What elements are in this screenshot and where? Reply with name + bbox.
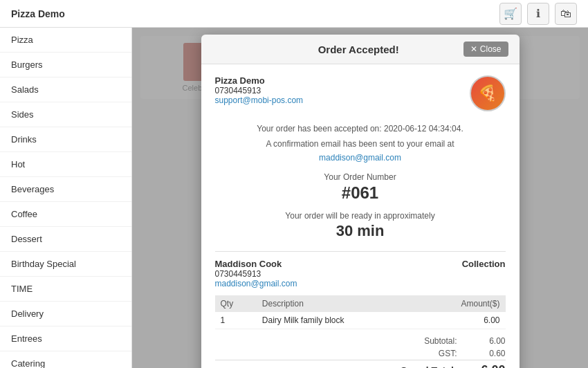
subtotal-value: 6.00 <box>471 336 506 346</box>
business-section: Pizza Demo 0730445913 support@mobi-pos.c… <box>215 75 506 111</box>
sidebar-item-hot[interactable]: Hot <box>0 152 131 177</box>
sidebar-item-drinks[interactable]: Drinks <box>0 127 131 152</box>
customer-row: Maddison Cook 0730445913 maddison@gmail.… <box>215 259 506 288</box>
sidebar-item-time[interactable]: TIME <box>0 277 131 302</box>
customer-email-link[interactable]: maddison@gmail.com <box>215 153 506 163</box>
ready-time: 30 min <box>215 222 506 240</box>
sidebar-item-dessert[interactable]: Dessert <box>0 227 131 252</box>
header-icons: 🛒 ℹ 🛍 <box>499 3 577 25</box>
sidebar-item-birthday-special[interactable]: Birthday Special <box>0 252 131 277</box>
sidebar-item-catering[interactable]: Catering <box>0 351 131 368</box>
modal-header: Order Accepted! ✕ Close <box>201 35 520 64</box>
customer-name: Maddison Cook <box>215 259 297 269</box>
grand-total-label: Grand Total: <box>215 365 471 369</box>
row-amount: 6.00 <box>419 312 505 329</box>
table-body: 1 Dairy Milk family block 6.00 <box>215 312 506 329</box>
gst-row: GST: 0.60 <box>215 347 506 360</box>
subtotal-row: Subtotal: 6.00 <box>215 335 506 347</box>
grand-total-value: 6.00 <box>471 363 506 368</box>
table-row: 1 Dairy Milk family block 6.00 <box>215 312 506 329</box>
table-header: Qty Description Amount($) <box>215 295 506 312</box>
order-number-label: Your Order Number <box>215 172 506 182</box>
grand-total-row: Grand Total: 6.00 <box>215 360 506 368</box>
divider <box>215 251 506 252</box>
sidebar-item-coffee[interactable]: Coffee <box>0 202 131 227</box>
sidebar: Pizza Burgers Salads Sides Drinks Hot Be… <box>0 28 132 368</box>
pizza-logo: 🍕 <box>470 75 506 111</box>
order-table: Qty Description Amount($) 1 Dairy Milk f… <box>215 295 506 329</box>
order-number: #061 <box>215 183 506 203</box>
ready-label: Your order will be ready in approximatel… <box>215 211 506 221</box>
main-content: Celebrations box Pink Blouse Order Accep… <box>132 28 588 368</box>
gst-value: 0.60 <box>471 349 506 358</box>
close-button[interactable]: ✕ Close <box>463 42 508 57</box>
app-title: Pizza Demo <box>11 8 65 19</box>
row-qty: 1 <box>215 312 257 329</box>
sidebar-item-pizza[interactable]: Pizza <box>0 28 131 53</box>
totals-section: Subtotal: 6.00 GST: 0.60 Grand Total: 6.… <box>215 335 506 368</box>
close-x-icon: ✕ <box>470 44 477 54</box>
customer-info: Maddison Cook 0730445913 maddison@gmail.… <box>215 259 297 288</box>
business-email: support@mobi-pos.com <box>215 95 304 105</box>
app-header: Pizza Demo 🛒 ℹ 🛍 <box>0 0 588 28</box>
accepted-text-line1: Your order has been accepted on: 2020-06… <box>215 122 506 135</box>
modal-title: Order Accepted! <box>254 44 463 55</box>
gst-label: GST: <box>439 349 457 358</box>
sidebar-item-entrees[interactable]: Entrees <box>0 326 131 351</box>
description-column-header: Description <box>257 295 419 312</box>
sidebar-item-burgers[interactable]: Burgers <box>0 53 131 77</box>
sidebar-item-salads[interactable]: Salads <box>0 77 131 102</box>
customer-phone: 0730445913 <box>215 269 297 279</box>
modal-overlay: Order Accepted! ✕ Close Pizza Demo 07304… <box>132 28 588 368</box>
qty-column-header: Qty <box>215 295 257 312</box>
collection-label: Collection <box>462 259 506 269</box>
info-icon[interactable]: ℹ <box>527 3 549 25</box>
sidebar-item-delivery[interactable]: Delivery <box>0 302 131 326</box>
subtotal-label: Subtotal: <box>424 336 457 346</box>
sidebar-item-sides[interactable]: Sides <box>0 102 131 127</box>
accepted-text-line2: A confirmation email has been sent to yo… <box>215 138 506 150</box>
checkout-icon[interactable]: 🛍 <box>555 3 577 25</box>
business-phone: 0730445913 <box>215 86 304 95</box>
order-accepted-modal: Order Accepted! ✕ Close Pizza Demo 07304… <box>201 35 520 368</box>
customer-email[interactable]: maddison@gmail.com <box>215 279 297 288</box>
cart-icon[interactable]: 🛒 <box>499 3 522 25</box>
row-description: Dairy Milk family block <box>257 312 419 329</box>
amount-column-header: Amount($) <box>419 295 505 312</box>
sidebar-item-beverages[interactable]: Beverages <box>0 177 131 202</box>
modal-body: Pizza Demo 0730445913 support@mobi-pos.c… <box>201 64 520 368</box>
business-info: Pizza Demo 0730445913 support@mobi-pos.c… <box>215 75 304 105</box>
business-name: Pizza Demo <box>215 75 304 86</box>
main-layout: Pizza Burgers Salads Sides Drinks Hot Be… <box>0 28 588 368</box>
